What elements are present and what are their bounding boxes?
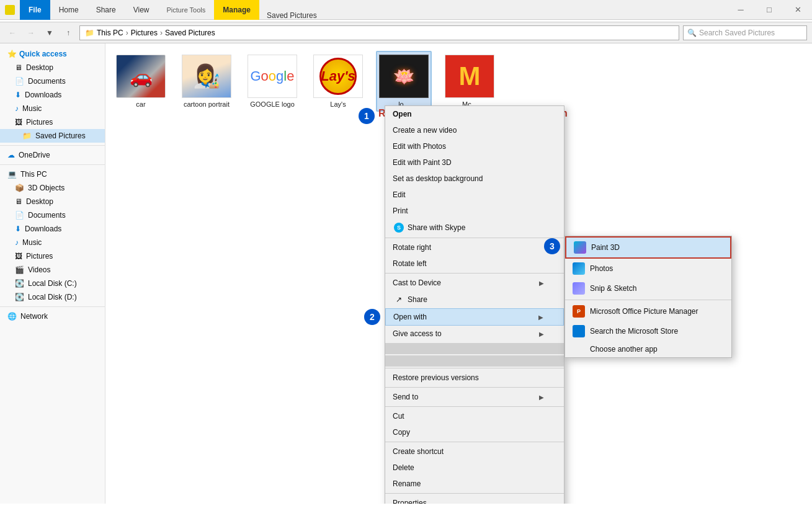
paint3d-icon — [574, 241, 586, 254]
sidebar-item-documents[interactable]: 📄 Documents — [0, 74, 105, 88]
sidebar-item-downloads2[interactable]: ⬇ Downloads — [0, 222, 105, 236]
minimize-button[interactable]: ─ — [726, 0, 755, 20]
file-area: 1 Right-click the logo you want to retou… — [105, 43, 812, 504]
tab-manage[interactable]: Manage — [214, 0, 259, 20]
sidebar-desktop-label: Desktop — [26, 63, 53, 72]
sidebar-local-c-label: Local Disk (C:) — [28, 279, 77, 288]
ctx-properties[interactable]: Properties — [385, 495, 564, 504]
ctx-create-shortcut[interactable]: Create shortcut — [385, 443, 564, 460]
sidebar-downloads2-label: Downloads — [25, 225, 61, 233]
ctx-share-skype[interactable]: S Share with Skype — [385, 219, 564, 236]
breadcrumb-sep1: › — [126, 29, 128, 37]
submenu-photos[interactable]: Photos — [565, 259, 731, 278]
ctx-rotate-right[interactable]: Rotate right — [385, 239, 564, 256]
ctx-copy[interactable]: Copy — [385, 424, 564, 440]
ctx-cast-arrow: ▶ — [539, 280, 544, 287]
sidebar-item-documents2[interactable]: 📄 Documents — [0, 208, 105, 222]
sidebar-item-desktop[interactable]: 🖥 Desktop — [0, 61, 105, 74]
tab-home[interactable]: Home — [50, 0, 87, 20]
tab-view[interactable]: View — [125, 0, 158, 20]
file-item-lays[interactable]: Lay's Lay's — [310, 51, 366, 112]
ctx-edit-photos-label: Edit with Photos — [393, 142, 544, 151]
sidebar-divider-3 — [0, 306, 105, 307]
recent-locations-button[interactable]: ▼ — [42, 25, 57, 40]
ctx-cut[interactable]: Cut — [385, 408, 564, 424]
ctx-set-desktop-bg-label: Set as desktop background — [393, 174, 544, 183]
sidebar-item-music2[interactable]: ♪ Music — [0, 236, 105, 249]
ctx-sep-1 — [385, 238, 564, 238]
submenu-snip[interactable]: Snip & Sketch — [565, 278, 731, 298]
ctx-sep-4 — [385, 387, 564, 388]
title-bar: File Home Share View Picture Tools Manag… — [0, 0, 812, 20]
window-controls: ─ □ ✕ — [726, 0, 812, 19]
ctx-create-video[interactable]: Create a new video — [385, 122, 564, 138]
search-box[interactable]: 🔍 Search Saved Pictures — [683, 25, 807, 40]
ctx-edit[interactable]: Edit — [385, 187, 564, 203]
submenu-open-with: 3 Paint 3D Photos Snip & Sketch P Micros… — [564, 236, 732, 358]
ctx-open-with[interactable]: Open with ▶ — [385, 308, 564, 326]
ctx-delete[interactable]: Delete — [385, 460, 564, 476]
file-item-car[interactable]: 🚗 car — [113, 51, 169, 112]
ctx-share[interactable]: ↗ Share — [385, 291, 564, 308]
submenu-store[interactable]: Search the Microsoft Store — [565, 321, 731, 341]
ctx-rename[interactable]: Rename — [385, 476, 564, 492]
downloads-icon: ⬇ — [15, 91, 21, 99]
forward-button[interactable]: → — [24, 25, 38, 40]
sidebar-item-music[interactable]: ♪ Music — [0, 102, 105, 115]
ctx-gray-2 — [385, 355, 564, 367]
lotus-logo-emoji: 🪷 — [393, 66, 415, 87]
address-box[interactable]: 📁 This PC › Pictures › Saved Pictures — [79, 25, 679, 40]
tab-file[interactable]: File — [20, 0, 50, 20]
ctx-edit-paint3d[interactable]: Edit with Paint 3D — [385, 154, 564, 171]
close-button[interactable]: ✕ — [783, 0, 812, 20]
sidebar-item-saved-pictures[interactable]: 📁 Saved Pictures — [0, 129, 105, 143]
maximize-button[interactable]: □ — [755, 0, 783, 20]
file-thumb-mcd: M — [445, 55, 494, 98]
sidebar-pictures2-label: Pictures — [26, 252, 53, 260]
ctx-sep-5 — [385, 406, 564, 407]
sidebar-item-local-disk-d[interactable]: 💽 Local Disk (D:) — [0, 290, 105, 304]
sidebar-item-pictures[interactable]: 🖼 Pictures — [0, 115, 105, 129]
sidebar-item-desktop2[interactable]: 🖥 Desktop — [0, 195, 105, 208]
ctx-rotate-left[interactable]: Rotate left — [385, 256, 564, 272]
file-item-cartoon[interactable]: 👩‍🎨 cartoon portrait — [179, 51, 234, 112]
submenu-choose-another[interactable]: Choose another app — [565, 341, 731, 357]
ctx-create-video-label: Create a new video — [393, 126, 544, 135]
sidebar-item-downloads[interactable]: ⬇ Downloads — [0, 88, 105, 102]
ctx-send-to[interactable]: Send to ▶ — [385, 389, 564, 405]
file-item-lotus[interactable]: 🪷 lo... — [376, 51, 432, 112]
ctx-set-desktop-bg[interactable]: Set as desktop background — [385, 171, 564, 187]
submenu-photos-label: Photos — [590, 264, 613, 273]
sidebar-item-this-pc[interactable]: 💻 This PC — [0, 167, 105, 181]
title-bar-left — [0, 0, 20, 19]
ctx-open-with-arrow: ▶ — [538, 314, 543, 321]
sidebar-item-onedrive[interactable]: ☁ OneDrive — [0, 148, 105, 162]
sidebar-item-pictures2[interactable]: 🖼 Pictures — [0, 249, 105, 263]
submenu-paint3d[interactable]: Paint 3D — [565, 236, 731, 259]
sidebar-item-videos[interactable]: 🎬 Videos — [0, 263, 105, 277]
ctx-print[interactable]: Print — [385, 203, 564, 219]
submenu-office[interactable]: P Microsoft Office Picture Manager — [565, 301, 731, 321]
file-grid: 🚗 car 👩‍🎨 cartoon portrait Google GOOGLE… — [113, 51, 805, 112]
sidebar-item-local-disk-c[interactable]: 💽 Local Disk (C:) — [0, 277, 105, 290]
sidebar-divider-1 — [0, 145, 105, 146]
file-item-mcd[interactable]: M Mc... — [442, 51, 497, 112]
back-button[interactable]: ← — [5, 25, 20, 40]
sidebar-item-network[interactable]: 🌐 Network — [0, 309, 105, 323]
pictures2-icon: 🖼 — [15, 252, 22, 260]
ctx-open[interactable]: Open — [385, 106, 564, 122]
ctx-cast[interactable]: Cast to Device ▶ — [385, 275, 564, 291]
ctx-open-with-label: Open with — [393, 313, 538, 321]
sidebar-downloads-label: Downloads — [25, 91, 61, 99]
ctx-restore-prev[interactable]: Restore previous versions — [385, 370, 564, 386]
pictures-icon: 🖼 — [15, 118, 22, 127]
sidebar-item-quick-access[interactable]: ⭐ Quick access — [0, 47, 105, 61]
ctx-edit-photos[interactable]: Edit with Photos — [385, 138, 564, 154]
tab-share[interactable]: Share — [87, 0, 125, 20]
up-button[interactable]: ↑ — [61, 25, 76, 40]
car-emoji: 🚗 — [130, 66, 153, 87]
ctx-give-access[interactable]: Give access to ▶ — [385, 326, 564, 342]
file-item-google[interactable]: Google GOOGLE logo — [244, 51, 300, 112]
sidebar-pictures-label: Pictures — [26, 118, 53, 127]
sidebar-item-3d-objects[interactable]: 📦 3D Objects — [0, 181, 105, 195]
